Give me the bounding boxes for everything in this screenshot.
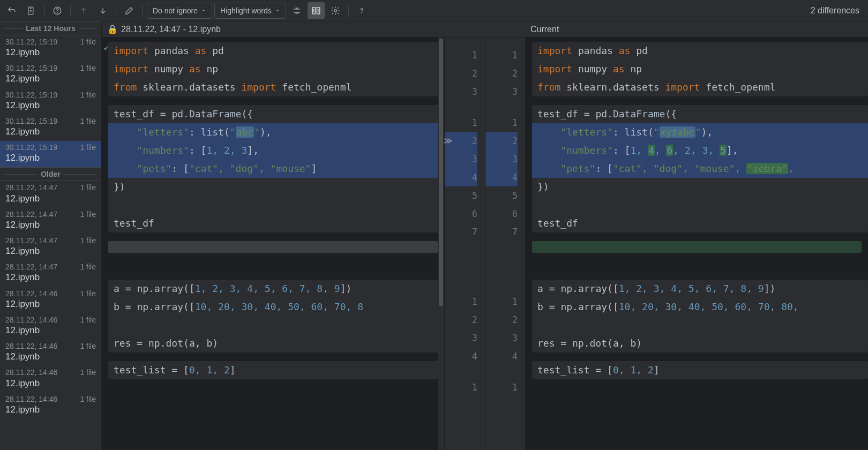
chevron-down-icon — [201, 8, 206, 13]
help-button-2[interactable] — [353, 2, 370, 19]
apply-diff-icon[interactable]: ≫ — [444, 132, 453, 150]
undo-button[interactable] — [3, 2, 20, 19]
help-button[interactable] — [49, 2, 66, 19]
code-cell: test_list = [0, 1, 2] — [532, 361, 868, 379]
cell-output-placeholder — [532, 241, 862, 253]
diff-left-pane[interactable]: ✔ import pandas as pd import numpy as np… — [102, 38, 445, 450]
history-sidebar[interactable]: Last 12 Hours 30.11.22, 15:191 file12.ip… — [0, 21, 102, 450]
sync-scroll-button[interactable] — [308, 2, 325, 19]
history-item[interactable]: 28.11.22, 14:471 file12.ipynb — [0, 260, 101, 287]
code-cell: test_df = pd.DataFrame({ "letters": list… — [532, 105, 868, 232]
right-revision-title: Current — [530, 25, 559, 34]
chevron-down-icon — [275, 8, 280, 13]
history-item[interactable]: 30.11.22, 15:191 file12.ipynb — [0, 62, 101, 88]
svg-point-2 — [57, 12, 58, 13]
highlight-policy-dropdown[interactable]: Highlight words — [214, 3, 286, 19]
toolbar-separator — [116, 5, 116, 17]
diff-count-label: 2 differences — [811, 6, 865, 16]
toolbar-separator — [44, 5, 44, 17]
line-number-gutter: 12312≫3456712341 123123456712341 — [445, 38, 525, 450]
history-item[interactable]: 30.11.22, 15:191 file12.ipynb — [0, 88, 101, 115]
history-item[interactable]: 30.11.22, 15:191 file12.ipynb — [0, 35, 101, 62]
svg-point-5 — [334, 9, 337, 12]
history-item[interactable]: 30.11.22, 15:191 file12.ipynb — [0, 141, 101, 167]
lock-icon: 🔒 — [107, 24, 118, 34]
history-item[interactable]: 30.11.22, 15:191 file12.ipynb — [0, 115, 101, 141]
sidebar-section-older: Older — [0, 167, 101, 181]
settings-button[interactable] — [327, 2, 344, 19]
ignore-policy-dropdown[interactable]: Do not ignore — [147, 3, 212, 19]
code-cell: a = np.array([1, 2, 3, 4, 5, 6, 7, 8, 9]… — [108, 280, 444, 352]
edit-button[interactable] — [121, 2, 138, 19]
toolbar-separator — [142, 5, 143, 17]
revisions-button[interactable] — [23, 2, 40, 19]
code-cell: a = np.array([1, 2, 3, 4, 5, 6, 7, 8, 9]… — [532, 280, 868, 352]
next-diff-button[interactable] — [94, 2, 111, 19]
code-cell: import pandas as pd import numpy as np f… — [532, 42, 868, 96]
code-cell: import pandas as pd import numpy as np f… — [108, 42, 444, 96]
toolbar-separator — [70, 5, 71, 17]
history-item[interactable]: 28.11.22, 14:471 file12.ipynb — [0, 234, 101, 260]
collapse-unchanged-button[interactable] — [288, 2, 305, 19]
highlight-policy-label: Highlight words — [220, 6, 272, 15]
code-cell: test_df = pd.DataFrame({ "letters": list… — [108, 105, 444, 232]
svg-point-6 — [361, 12, 362, 13]
cell-output-placeholder — [108, 241, 438, 253]
diff-header: 🔒 28.11.22, 14:47 - 12.ipynb Current — [102, 21, 868, 38]
history-item[interactable]: 28.11.22, 14:461 file12.ipynb — [0, 340, 101, 366]
history-item[interactable]: 28.11.22, 14:461 file12.ipynb — [0, 287, 101, 313]
ignore-policy-label: Do not ignore — [153, 6, 198, 15]
diff-right-pane[interactable]: import pandas as pd import numpy as np f… — [525, 38, 868, 450]
diff-toolbar: Do not ignore Highlight words 2 differen… — [0, 0, 868, 21]
left-revision-title: 28.11.22, 14:47 - 12.ipynb — [121, 25, 221, 34]
code-cell: test_list = [0, 1, 2] — [108, 361, 444, 379]
toolbar-separator — [348, 5, 349, 17]
history-item[interactable]: 28.11.22, 14:471 file12.ipynb — [0, 208, 101, 234]
sidebar-section-recent: Last 12 Hours — [0, 21, 101, 35]
prev-diff-button[interactable] — [75, 2, 92, 19]
history-item[interactable]: 28.11.22, 14:461 file12.ipynb — [0, 393, 101, 419]
scrollbar[interactable] — [438, 38, 444, 450]
history-item[interactable]: 28.11.22, 14:461 file12.ipynb — [0, 313, 101, 340]
history-item[interactable]: 28.11.22, 14:471 file12.ipynb — [0, 181, 101, 207]
history-item[interactable]: 28.11.22, 14:461 file12.ipynb — [0, 366, 101, 392]
